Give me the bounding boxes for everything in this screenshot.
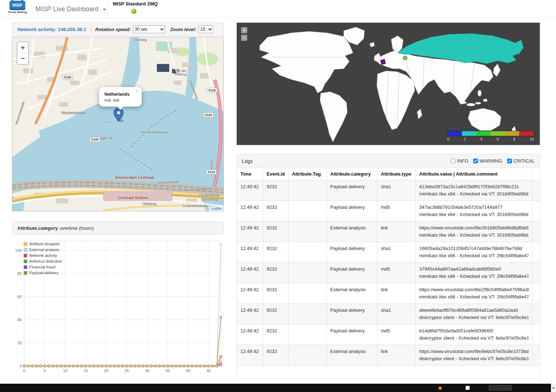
zmq-status-block: MISP Standard ZMQ — [113, 0, 158, 18]
world-map-panel[interactable]: + − 0246810 — [236, 22, 540, 145]
legend-color-box — [23, 254, 27, 258]
legend-item: Financial fraud — [23, 264, 62, 270]
logs-header: Logs INFOWARNINGCRITICAL — [237, 154, 540, 168]
log-cell — [288, 345, 326, 366]
log-cell: sha1 — [377, 180, 415, 201]
log-cell — [288, 180, 326, 201]
svg-text:45: 45 — [206, 369, 211, 373]
svg-text:5: 5 — [44, 369, 46, 373]
svg-text:35: 35 — [166, 369, 170, 373]
log-cell-value: https://www.virustotal.com/file/301b905e… — [415, 221, 533, 242]
popup-close-icon[interactable]: × — [136, 89, 139, 94]
log-cell — [288, 283, 326, 304]
legend-color-box — [23, 259, 27, 263]
map-attribution: Leaflet — [209, 206, 223, 211]
log-row: 12:49:429232Payload deliverysha116605a4a… — [237, 242, 540, 263]
scrollbar-corner[interactable] — [551, 384, 556, 392]
log-cell: 9232 — [263, 283, 288, 304]
filter-checkbox-critical[interactable] — [507, 159, 512, 163]
leaflet-link[interactable]: Leaflet — [211, 207, 222, 211]
log-cell: 12:49:42 — [237, 345, 263, 366]
world-zoom-out-button[interactable]: − — [241, 35, 247, 41]
filter-info[interactable]: INFO — [451, 158, 468, 164]
zoom-select[interactable]: 15 — [198, 25, 213, 33]
activity-street-map[interactable]: Het IJ Steiger 14 Veer Buiksloterweg Wes… — [12, 37, 224, 211]
col-event-id: Event.id — [263, 168, 288, 180]
log-cell-spacer — [533, 283, 540, 304]
svg-text:40: 40 — [186, 369, 190, 373]
rotation-select[interactable]: 30 sec — [133, 25, 165, 33]
log-cell: 12:49:42 — [237, 283, 263, 304]
svg-text:25: 25 — [124, 369, 129, 373]
zmq-label: MISP Standard ZMQ — [113, 0, 158, 7]
station-building — [103, 192, 172, 201]
geo-panel-header: Network activity: 146.255.36.1 Rotation … — [12, 22, 224, 36]
chart-title-bold: Attribute.category — [17, 225, 58, 231]
log-row: 12:49:429232Payload deliverymd5b14d8faf7… — [237, 324, 540, 345]
map-zoom-out-button[interactable]: − — [17, 53, 28, 64]
log-cell: 9232 — [263, 242, 288, 263]
filter-warning[interactable]: WARNING — [473, 158, 502, 164]
log-cell: 12:49:42 — [237, 221, 263, 242]
log-cell-value: b14d8faf7f0cbcfad051cefe5f39645fdiskcryp… — [415, 324, 533, 345]
log-cell-value: 347ac3b6b791054de3e5720a7144a977mimikatz… — [415, 201, 533, 221]
log-cell: Payload delivery — [326, 242, 377, 263]
legend-ticks: 0246810 — [447, 137, 534, 141]
log-cell-value: https://www.virustotal.com/file/2f8c54f9… — [415, 283, 533, 304]
event-location-marker — [403, 56, 407, 60]
svg-text:30: 30 — [145, 369, 149, 373]
svg-text:10: 10 — [63, 369, 67, 373]
map-zoom-control: + − — [17, 42, 29, 65]
col-time: Time — [237, 168, 263, 180]
log-cell: 9232 — [263, 324, 288, 345]
log-cell-value: afeee8b4acff87bc469a6f0364a81ae5d60a2add… — [415, 304, 533, 324]
legend-color-box — [23, 248, 27, 252]
filter-checkbox-info[interactable] — [451, 159, 456, 163]
log-cell: External analysis — [326, 283, 377, 304]
svg-text:20: 20 — [104, 369, 108, 373]
legend-segment — [491, 131, 505, 136]
legend-item: Artifacts dropped — [23, 241, 62, 247]
filter-critical[interactable]: CRITICAL — [507, 158, 535, 164]
log-cell: link — [377, 345, 415, 366]
world-zoom-in-button[interactable]: + — [241, 27, 247, 33]
log-cell: link — [377, 221, 415, 242]
legend-tick: 0 — [447, 137, 449, 141]
legend-segment — [462, 131, 476, 136]
zoom-label: Zoom level: — [170, 27, 196, 32]
map-zoom-in-button[interactable]: + — [17, 42, 28, 53]
dashboard-menu[interactable]: MISP Live Dashboard — [30, 0, 111, 18]
chart-legend: Artifacts droppedExternal analysisNetwor… — [23, 241, 62, 276]
log-cell: 12:49:42 — [237, 180, 263, 201]
navbar: MISP Threat Sharing MISP Live Dashboard … — [0, 0, 556, 18]
country-germany-highlight — [380, 59, 386, 65]
col-attribute-tag: Attribute.Tag — [288, 168, 326, 180]
legend-label: Artifacts dropped — [29, 242, 59, 246]
geo-panel-title: Network activity: 146.255.36.1 — [17, 27, 86, 32]
legend-gradient-bar — [447, 131, 534, 136]
filter-checkbox-warning[interactable] — [473, 159, 478, 163]
log-cell — [288, 242, 326, 263]
footer-orange-dot — [439, 387, 442, 390]
col-attribute-category: Attribute.category — [326, 168, 377, 180]
svg-text:20: 20 — [17, 341, 22, 345]
log-cell: link — [377, 283, 415, 304]
legend-item: Antivirus detection — [23, 258, 62, 264]
legend-color-box — [23, 242, 27, 246]
log-cell-value: https://www.virustotal.com/file/8ebc97e0… — [415, 345, 533, 366]
misp-logo[interactable]: MISP Threat Sharing — [7, 1, 27, 13]
legend-label: Network activity — [29, 253, 57, 258]
log-cell: md5 — [377, 324, 415, 345]
log-cell: Payload delivery — [326, 180, 377, 201]
log-cell — [288, 221, 326, 242]
log-cell: sha1 — [377, 304, 415, 324]
legend-item: Payload delivery — [23, 270, 62, 276]
svg-text:100: 100 — [15, 248, 22, 253]
log-cell: 12:49:42 — [237, 304, 263, 324]
svg-text:80: 80 — [17, 271, 22, 276]
footer-square-icon — [466, 386, 470, 390]
log-cell-spacer — [533, 304, 540, 324]
dashboard-menu-label: MISP Live Dashboard — [35, 5, 99, 13]
log-cell-value: 37945c44a897aa42a66adcab68f560e0mimikatz… — [415, 263, 533, 283]
footer-bar — [0, 384, 556, 392]
